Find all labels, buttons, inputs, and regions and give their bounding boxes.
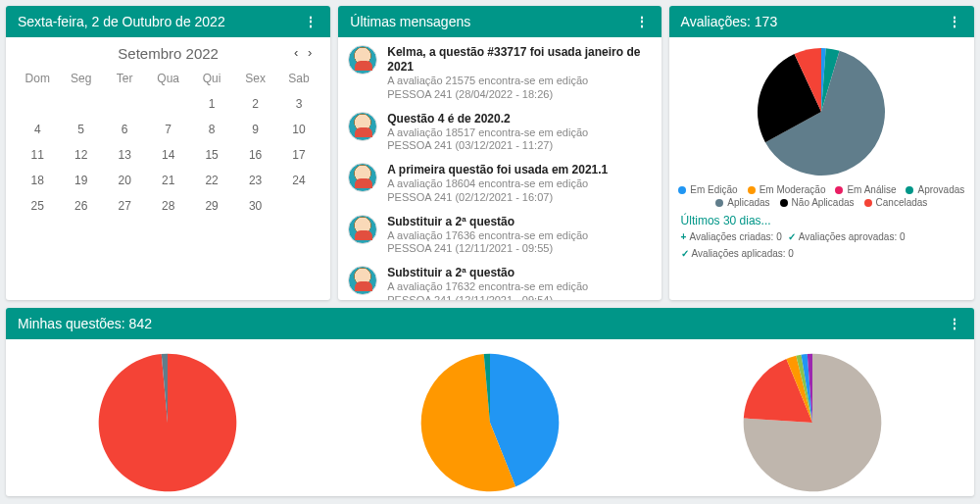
calendar-day [16, 219, 59, 230]
message-title: Kelma, a questão #33717 foi usada janeir… [387, 45, 651, 75]
questions-card: Minhas questões: 842 ⋮ [6, 308, 974, 496]
calendar-day[interactable]: 5 [59, 117, 102, 142]
calendar-day[interactable]: 20 [103, 168, 146, 193]
legend-item: Não Aplicadas [780, 197, 855, 208]
more-icon[interactable]: ⋮ [948, 14, 962, 29]
calendar-day[interactable]: 8 [190, 117, 233, 142]
calendar-day [103, 219, 146, 230]
calendar-day[interactable]: 17 [277, 142, 320, 168]
questions-header: Minhas questões: 842 ⋮ [6, 308, 974, 339]
messages-header: Últimas mensagens ⋮ [338, 6, 661, 37]
calendar-day[interactable]: 26 [59, 193, 102, 219]
prev-month-button[interactable]: ‹ [291, 45, 301, 60]
weekday-header: Sab [277, 66, 320, 91]
calendar-day[interactable]: 27 [103, 193, 146, 219]
calendar-day [277, 193, 320, 219]
evaluations-stats: +Avaliações criadas: 0 ✓Avaliações aprov… [677, 231, 966, 259]
calendar-day[interactable]: 16 [233, 142, 276, 168]
calendar-day[interactable]: 9 [233, 117, 276, 142]
check-icon: ✓ [788, 231, 796, 242]
message-item[interactable]: A primeira questão foi usada em 2021.1A … [348, 163, 651, 205]
calendar-day[interactable]: 22 [190, 168, 233, 193]
calendar-day[interactable]: 6 [103, 117, 146, 142]
weekday-header: Seg [59, 66, 102, 91]
calendar-day [277, 219, 320, 230]
calendar-day[interactable]: 24 [277, 168, 320, 193]
calendar-day[interactable]: 3 [277, 91, 320, 117]
calendar-day[interactable]: 19 [59, 168, 102, 193]
calendar-day [59, 91, 102, 117]
calendar-month: Setembro 2022 [118, 45, 219, 62]
weekday-header: Dom [16, 66, 59, 91]
avatar [348, 215, 377, 244]
legend-item: Em Moderação [748, 184, 826, 195]
message-meta: PESSOA 241 (03/12/2021 - 11:27) [387, 139, 588, 153]
more-icon[interactable]: ⋮ [635, 14, 650, 29]
calendar-day[interactable]: 13 [103, 142, 146, 168]
message-item[interactable]: Kelma, a questão #33717 foi usada janeir… [348, 45, 651, 102]
calendar-day[interactable]: 2 [233, 91, 276, 117]
weekday-header: Sex [233, 66, 276, 91]
message-subtitle: A avaliação 17636 encontra-se em edição [387, 229, 588, 243]
calendar-day[interactable]: 15 [190, 142, 233, 168]
calendar-title: Sexta-feira, 2 de Outubro de 2022 [18, 14, 225, 29]
weekday-header: Qua [146, 66, 189, 91]
calendar-day[interactable]: 21 [146, 168, 189, 193]
questions-pie-chart-1 [79, 349, 256, 496]
calendar-day[interactable]: 12 [59, 142, 102, 168]
avatar [348, 266, 377, 295]
evaluations-card: Avaliações: 173 ⋮ Em EdiçãoEm ModeraçãoE… [669, 6, 974, 300]
avatar [348, 163, 377, 192]
message-title: Substituir a 2ª questão [387, 266, 588, 280]
calendar-day [146, 219, 189, 230]
calendar-day[interactable]: 4 [16, 117, 59, 142]
legend-item: Aprovadas [906, 184, 964, 195]
message-item[interactable]: Substituir a 2ª questãoA avaliação 17636… [348, 215, 651, 257]
calendar-day[interactable]: 18 [16, 168, 59, 193]
legend-item: Em Edição [678, 184, 737, 195]
calendar-day [233, 219, 276, 230]
message-title: Questão 4 é de 2020.2 [387, 112, 588, 126]
calendar-day[interactable]: 25 [16, 193, 59, 219]
calendar-header: Sexta-feira, 2 de Outubro de 2022 ⋮ [6, 6, 330, 37]
calendar-day[interactable]: 11 [16, 142, 59, 168]
more-icon[interactable]: ⋮ [948, 316, 962, 331]
calendar-day[interactable]: 30 [233, 193, 276, 219]
evaluations-pie-chart [743, 43, 900, 180]
calendar-day[interactable]: 14 [146, 142, 189, 168]
message-subtitle: A avaliação 21575 encontra-se em edição [387, 75, 651, 88]
last-30-days-label[interactable]: Últimos 30 dias... [681, 214, 962, 227]
calendar-day [190, 219, 233, 230]
calendar-day[interactable]: 10 [277, 117, 320, 142]
calendar-grid: DomSegTerQuaQuiSexSab 123456789101112131… [16, 66, 320, 230]
more-icon[interactable]: ⋮ [304, 14, 318, 29]
legend-dot [748, 186, 756, 194]
plus-icon: + [681, 231, 687, 242]
next-month-button[interactable]: › [305, 45, 315, 60]
calendar-day[interactable]: 23 [233, 168, 276, 193]
message-subtitle: A avaliação 18517 encontra-se em edição [387, 126, 588, 140]
message-item[interactable]: Substituir a 2ª questãoA avaliação 17632… [348, 266, 651, 300]
message-meta: PESSOA 241 (28/04/2022 - 18:26) [387, 88, 651, 102]
calendar-day[interactable]: 29 [190, 193, 233, 219]
calendar-day [16, 91, 59, 117]
legend-item: Canceladas [864, 197, 928, 208]
calendar-day[interactable]: 1 [190, 91, 233, 117]
calendar-day[interactable]: 7 [146, 117, 189, 142]
message-subtitle: A avaliação 18604 encontra-se em edição [387, 177, 608, 191]
legend-dot [715, 199, 723, 207]
avatar [348, 45, 377, 75]
legend-dot [906, 186, 913, 194]
calendar-day[interactable]: 28 [146, 193, 189, 219]
message-meta: PESSOA 241 (12/11/2021 - 09:55) [387, 242, 588, 256]
legend-item: Em Análise [835, 184, 896, 195]
legend-dot [864, 199, 872, 207]
evaluations-legend: Em EdiçãoEm ModeraçãoEm AnáliseAprovadas… [677, 184, 966, 208]
calendar-day [103, 91, 146, 117]
questions-title: Minhas questões: 842 [18, 316, 152, 331]
legend-item: Aplicadas [715, 197, 769, 208]
message-item[interactable]: Questão 4 é de 2020.2A avaliação 18517 e… [348, 112, 651, 154]
questions-pie-chart-2 [402, 349, 578, 496]
avatar [348, 112, 377, 141]
message-subtitle: A avaliação 17632 encontra-se em edição [387, 280, 588, 294]
